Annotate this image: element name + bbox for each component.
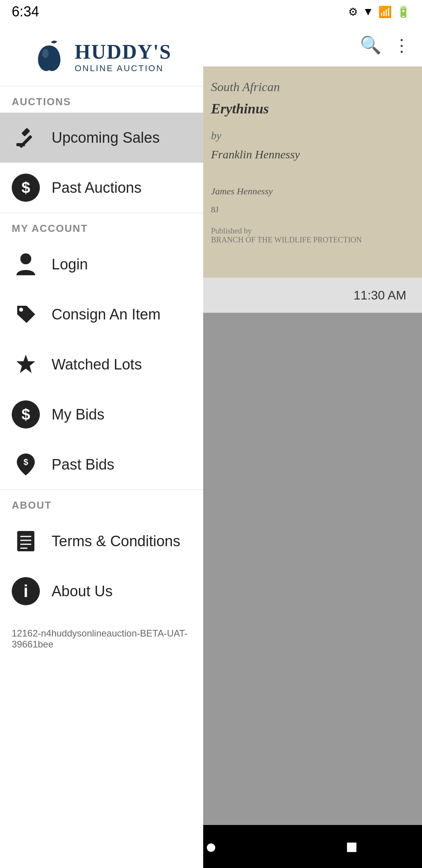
apple-logo-icon — [32, 39, 67, 74]
svg-rect-2 — [21, 128, 30, 137]
brand-subtitle: ONLINE AUCTION — [75, 63, 172, 74]
timestamp-area: 11:30 AM — [199, 278, 422, 313]
svg-text:$: $ — [23, 457, 28, 467]
sidebar-item-past-auctions[interactable]: $ Past Auctions — [0, 163, 203, 213]
gray-background — [199, 313, 422, 845]
svg-point-5 — [19, 308, 23, 312]
more-options-icon[interactable]: ⋮ — [393, 35, 410, 55]
book-line-2: Erythinus — [211, 99, 410, 118]
svg-point-4 — [20, 253, 31, 264]
info-circle-icon: i — [12, 577, 40, 605]
gavel-icon — [12, 124, 40, 152]
svg-point-0 — [42, 49, 48, 58]
timestamp: 11:30 AM — [354, 288, 406, 303]
sidebar-item-about-us[interactable]: i About Us — [0, 566, 203, 616]
star-icon — [12, 350, 40, 378]
logo-section: HUDDY'S ONLINE AUCTION — [0, 23, 203, 86]
signal-icon: 📶 — [378, 5, 392, 18]
past-auctions-label: Past Auctions — [52, 179, 141, 196]
sidebar-item-watched-lots[interactable]: Watched Lots — [0, 339, 203, 389]
past-auctions-icon: $ — [12, 174, 40, 202]
book-image: South African Erythinus by Franklin Henn… — [199, 66, 422, 278]
past-bids-label: Past Bids — [52, 456, 114, 473]
sidebar-item-upcoming-sales[interactable]: Upcoming Sales — [0, 113, 203, 163]
svg-rect-3 — [16, 143, 25, 146]
version-text: 12162-n4huddysonlineauction-BETA-UAT-396… — [0, 616, 203, 662]
auctions-section-header: AUCTIONS — [0, 86, 203, 113]
svg-marker-6 — [16, 355, 35, 373]
status-time: 6:34 — [12, 4, 39, 20]
recent-button[interactable]: ■ — [336, 831, 367, 862]
my-account-section-header: MY ACCOUNT — [0, 213, 203, 239]
sidebar-item-my-bids[interactable]: $ My Bids — [0, 389, 203, 439]
tag-icon — [12, 300, 40, 328]
brand-name: HUDDY'S — [75, 40, 172, 63]
person-icon — [12, 250, 40, 278]
upcoming-sales-label: Upcoming Sales — [52, 129, 160, 146]
status-icons: ⚙ ▼ 📶 🔋 — [348, 5, 410, 18]
book-line-3: by — [211, 128, 410, 143]
document-icon — [12, 527, 40, 555]
consign-item-label: Consign An Item — [52, 306, 161, 323]
book-publisher: Published byBRANCH OF THE WILDLIFE PROTE… — [211, 226, 410, 244]
book-line-4: Franklin Hennessy — [211, 146, 410, 163]
sidebar-item-past-bids[interactable]: $ Past Bids — [0, 439, 203, 490]
past-bids-icon: $ — [12, 450, 40, 479]
sidebar-item-login[interactable]: Login — [0, 239, 203, 289]
status-bar: 6:34 ⚙ ▼ 📶 🔋 — [0, 0, 422, 23]
sidebar-item-consign-item[interactable]: Consign An Item — [0, 289, 203, 339]
terms-conditions-label: Terms & Conditions — [52, 533, 180, 550]
navigation-drawer: HUDDY'S ONLINE AUCTION AUCTIONS Upcoming… — [0, 23, 203, 868]
app-bar: 🔍 ⋮ — [199, 23, 422, 66]
book-line-1: South African — [211, 78, 410, 96]
wifi-icon: ▼ — [363, 5, 374, 18]
search-icon[interactable]: 🔍 — [360, 35, 381, 55]
logo-container: HUDDY'S ONLINE AUCTION — [32, 39, 172, 74]
sidebar-item-terms-conditions[interactable]: Terms & Conditions — [0, 516, 203, 566]
watched-lots-label: Watched Lots — [52, 356, 142, 373]
my-bids-icon: $ — [12, 400, 40, 429]
book-signature: James Hennessy — [211, 186, 410, 197]
book-edition: 8J — [211, 204, 410, 215]
logo-text: HUDDY'S ONLINE AUCTION — [75, 40, 172, 74]
about-us-label: About Us — [52, 583, 113, 600]
about-section-header: ABOUT — [0, 490, 203, 516]
my-bids-label: My Bids — [52, 406, 104, 423]
login-label: Login — [52, 256, 88, 273]
battery-icon: 🔋 — [397, 5, 410, 18]
settings-icon: ⚙ — [348, 5, 358, 18]
